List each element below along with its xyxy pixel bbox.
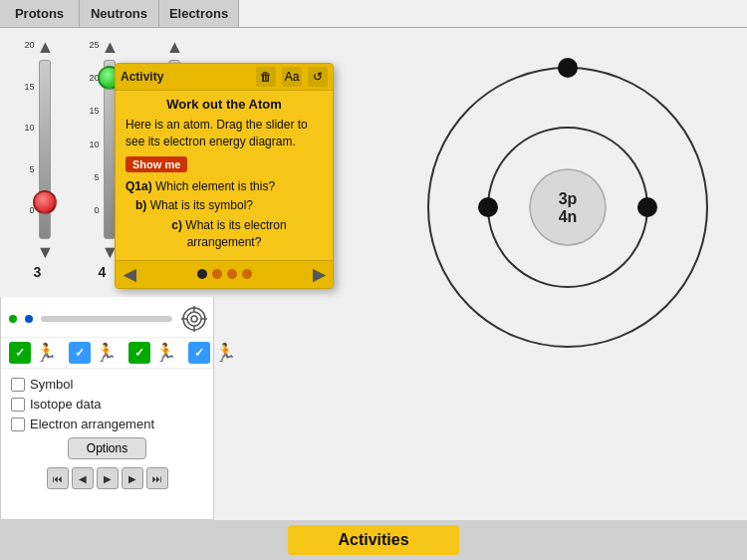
nav-dot-4 [242,269,252,279]
check-blue-2[interactable]: ✓ [188,342,210,364]
check-green-2[interactable]: ✓ [128,342,150,364]
check-blue-1[interactable]: ✓ [69,342,91,364]
control-panel-top [1,297,213,338]
popup-nav: ◀ ▶ [116,260,333,288]
top-bar-main [239,0,747,27]
popup-title: Work out the Atom [125,97,323,112]
popup-header: Activity 🗑 Aa ↺ [116,64,333,91]
protons-track[interactable] [39,60,51,239]
forward-button[interactable]: ▶ [122,467,143,489]
protons-label: Protons [0,0,80,27]
figure-2: 🏃 [95,342,117,364]
skip-forward-button[interactable]: ⏭ [146,467,168,489]
isotope-checkbox[interactable] [11,398,25,412]
electrons-label: Electrons [159,0,239,27]
svg-point-13 [637,197,657,217]
neutrons-label: Neutrons [80,0,159,27]
svg-point-14 [558,58,578,78]
target-icon [180,305,208,333]
back-button[interactable]: ◀ [72,467,94,489]
protons-slider[interactable]: 20 15 10 5 0 ▲ ▼ 3 [5,33,70,292]
control-panel: ✓ 🏃 ✓ 🏃 ✓ 🏃 ✓ 🏃 Symbol [0,297,214,520]
svg-point-1 [187,312,201,326]
popup-header-label: Activity [121,70,250,84]
q1c: c) What is its electronarrangement? [125,217,323,251]
isotope-checkbox-row[interactable]: Isotope data [11,397,203,412]
blue-dot [25,315,33,323]
checkboxes-section: Symbol Isotope data Electron arrangement [1,369,213,437]
popup-delete-button[interactable]: 🗑 [256,67,276,87]
svg-point-9 [530,169,606,245]
symbol-label: Symbol [30,377,73,392]
svg-point-2 [191,316,197,322]
play-button[interactable]: ▶ [97,467,119,489]
symbol-checkbox[interactable] [11,378,25,392]
q1a: Q1a) Which element is this? [125,178,323,195]
protons-up-arrow[interactable]: ▲ [37,38,55,56]
nav-dot-1 [197,269,207,279]
popup-intro: Here is an atom. Drag the slider to see … [125,117,323,150]
nav-dot-2 [212,269,222,279]
activities-button[interactable]: Activities [288,525,458,555]
bottom-bar: Activities [0,520,747,560]
svg-text:3p: 3p [559,190,578,207]
activity-popup: Activity 🗑 Aa ↺ Work out the Atom Here i… [115,63,334,289]
protons-thumb[interactable] [33,190,57,214]
svg-text:4n: 4n [559,208,578,225]
popup-font-button[interactable]: Aa [282,67,302,87]
nav-dots [197,269,252,279]
figure-3: 🏃 [154,342,176,364]
show-me-button[interactable]: Show me [125,156,187,172]
nav-dot-3 [227,269,237,279]
popup-body: Work out the Atom Here is an atom. Drag … [116,91,333,260]
electron-checkbox-row[interactable]: Electron arrangement [11,417,203,431]
neutrons-up-arrow[interactable]: ▲ [102,38,120,56]
protons-value: 3 [34,264,42,280]
neutrons-ticks: 25 20 15 10 5 0 [86,38,100,217]
icon-row: ✓ 🏃 ✓ 🏃 ✓ 🏃 ✓ 🏃 [1,338,213,369]
green-dot [9,315,17,323]
main-area: 20 15 10 5 0 ▲ ▼ 3 25 [0,28,747,520]
neutrons-value: 4 [99,264,107,280]
q1b: b) What is its symbol? [125,197,323,214]
isotope-label: Isotope data [30,397,102,412]
top-bar: Protons Neutrons Electrons [0,0,747,28]
protons-down-arrow[interactable]: ▼ [37,243,55,261]
options-button[interactable]: Options [68,437,146,459]
horiz-slider[interactable] [41,316,172,322]
svg-point-12 [478,197,498,217]
playback-controls: ⏮ ◀ ▶ ▶ ⏭ [1,467,213,489]
electron-arrangement-label: Electron arrangement [30,417,154,431]
electron-checkbox[interactable] [11,418,25,431]
figure-1: 🏃 [35,342,57,364]
popup-refresh-button[interactable]: ↺ [308,67,328,87]
skip-back-button[interactable]: ⏮ [47,467,69,489]
symbol-checkbox-row[interactable]: Symbol [11,377,203,392]
electrons-up-arrow[interactable]: ▲ [166,38,184,56]
popup-next-button[interactable]: ▶ [313,265,325,284]
atom-diagram: 3p 4n [408,48,727,367]
popup-prev-button[interactable]: ◀ [124,265,135,284]
check-green-1[interactable]: ✓ [9,342,31,364]
protons-ticks: 20 15 10 5 0 [21,38,35,217]
